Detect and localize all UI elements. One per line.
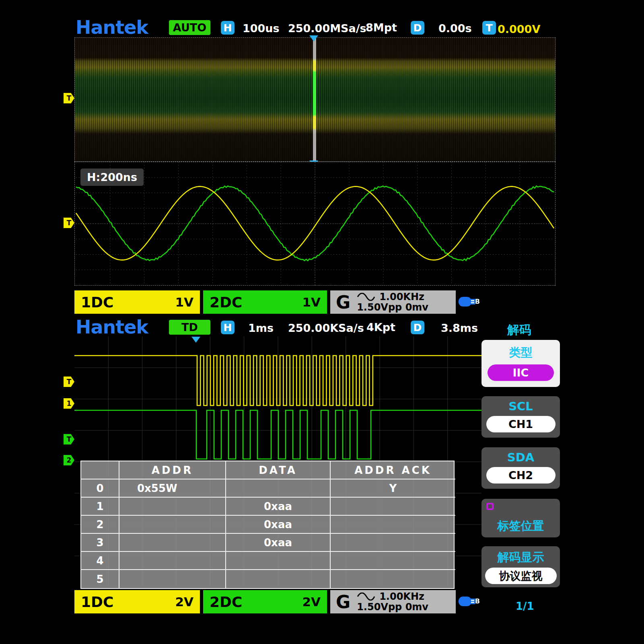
ch1-ground-marker[interactable]: 1 [64,398,74,409]
menu-page-indicator: 1/1 [516,600,534,612]
scl-value-pill[interactable]: CH1 [486,416,556,432]
zoom-waveforms [75,162,555,285]
addr-cell: 0x55W [119,479,226,498]
memory-depth-readout: 8Mpt [366,21,397,34]
trigger-flag-ch2-2[interactable]: T [64,434,74,444]
usb-icon-2: B [458,595,478,608]
ack-cell [331,516,455,534]
generator-amp: 1.50Vpp 0mv [357,302,428,313]
generator-freq-2: 1.00KHz [379,591,424,602]
addr-cell [119,570,226,588]
sample-rate-readout: 250.00MSa/s [288,22,366,35]
ch2-ground-marker[interactable]: 2 [64,455,74,465]
col-header-data: DATA [226,461,331,479]
ch2-scale-2: 2V [302,595,321,609]
horizontal-position-marker[interactable] [309,35,318,41]
zoom-window-indicator[interactable] [313,38,316,161]
sine-wave-icon-2 [357,593,375,601]
ack-cell [331,552,455,570]
horizontal-h-icon: H [221,21,235,35]
sda-trace [74,410,481,459]
timebase-readout-2: 1ms [248,322,274,334]
data-cell: 0xaa [226,516,331,534]
sda-value-pill[interactable]: CH2 [486,467,556,484]
generator-amp-2: 1.50Vpp 0mv [357,602,428,612]
table-corner-cell [81,461,119,479]
menu-panel-type[interactable]: 类型 IIC [481,340,560,387]
ch1-status-box-2[interactable]: 1DC 2V [74,590,200,613]
sample-rate-readout-2: 250.00KSa/s [288,322,364,334]
ack-cell [331,498,455,516]
delay-d-icon-2: D [411,321,424,334]
row-index: 1 [81,498,119,516]
ch1-label: 1DC [81,294,113,311]
ch2-status-box[interactable]: 2DC 1V [203,290,327,314]
trigger-level-flag-ch1[interactable]: T [64,93,74,103]
decode-table: ADDR DATA ADDR ACK 0 0x55W Y 1 0xaa 2 0x… [80,461,455,589]
ack-cell: Y [331,479,455,498]
ack-cell [331,534,455,552]
ack-cell [331,570,455,588]
decode-menu-title: 解码 [507,322,531,338]
data-cell: 0xaa [226,498,331,516]
col-header-ack: ADDR ACK [331,461,455,479]
generator-status-box-2[interactable]: G 1.00KHz 1.50Vpp 0mv [330,590,456,613]
row-index: 0 [81,479,119,498]
zoom-timebase-label: H:200ns [80,169,144,186]
menu-panel-label-position[interactable]: 标签位置 [481,499,560,537]
decode-display-label: 解码显示 [481,546,560,566]
scl-label: SCL [481,396,560,413]
generator-status-box[interactable]: G 1.00KHz 1.50Vpp 0mv [330,290,456,314]
row-index: 2 [81,516,119,534]
sine-wave-icon [357,293,375,301]
data-cell: 0xaa [226,534,331,552]
col-header-addr: ADDR [119,461,226,479]
usb-b-label: B [475,298,480,305]
menu-panel-scl[interactable]: SCL CH1 [481,396,560,438]
generator-freq: 1.00KHz [379,292,424,302]
addr-cell [119,552,226,570]
label-position-icon [486,503,494,510]
addr-cell [119,516,226,534]
row-index: 3 [81,534,119,552]
trigger-flag-ch1-2[interactable]: T [64,377,74,387]
decode-display-value-pill[interactable]: 协议监视 [485,568,557,584]
data-cell [226,552,331,570]
oscilloscope-screens: Hantek AUTO H 100us 250.00MSa/s 8Mpt D 0… [0,0,644,644]
usb-b-label-2: B [475,597,480,605]
data-cell [226,479,331,498]
usb-icon: B [458,295,478,309]
trigger-level-flag-zoom[interactable]: T [64,218,74,228]
waveform-zoom-view: H:200ns [74,162,556,286]
delay-readout: 0.00s [438,22,472,35]
generator-g-label-2: G [336,592,350,612]
ch2-status-box-2[interactable]: 2DC 2V [203,590,327,613]
delay-d-icon: D [411,21,424,35]
data-cell [226,570,331,588]
addr-cell [119,534,226,552]
ch1-status-box[interactable]: 1DC 1V [74,290,200,314]
delay-readout-2: 3.8ms [441,322,478,334]
ch1-scale: 1V [175,295,193,309]
ch1-scale-2: 2V [175,595,193,609]
horizontal-h-icon-2: H [221,321,235,334]
sda-label: SDA [481,447,560,464]
hantek-logo-2: Hantek [76,316,148,338]
waveform-overview [74,37,556,162]
menu-panel-decode-display[interactable]: 解码显示 协议监视 [481,546,560,587]
ch2-scale: 1V [302,295,321,309]
type-label: 类型 [481,340,560,361]
run-mode-badge[interactable]: AUTO [169,20,210,35]
trigger-t-icon: T [482,21,496,35]
menu-panel-sda[interactable]: SDA CH2 [481,447,560,489]
generator-g-label: G [336,292,350,313]
type-value-pill[interactable]: IIC [488,364,554,381]
memory-depth-readout-2: 4Kpt [366,321,395,333]
run-mode-badge-2[interactable]: TD [169,320,210,335]
ch2-label-2: 2DC [210,594,242,610]
addr-cell [119,498,226,516]
trigger-position-marker-2[interactable] [191,337,200,343]
row-index: 4 [81,552,119,570]
hantek-logo: Hantek [76,16,148,38]
trigger-level-readout: 0.000V [498,23,540,35]
